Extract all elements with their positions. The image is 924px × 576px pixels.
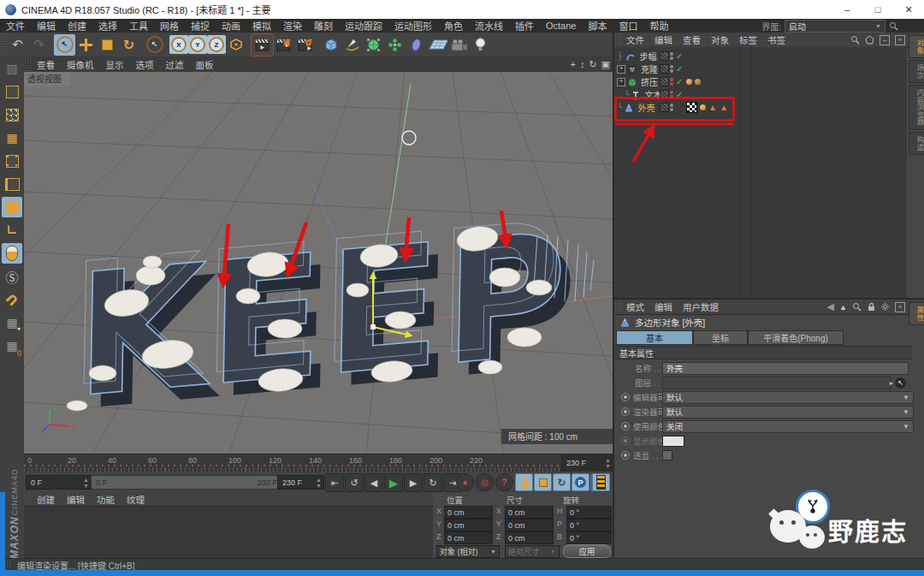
- tab-basic[interactable]: 基本: [616, 330, 693, 345]
- visibility-dots[interactable]: [670, 91, 673, 98]
- perspective-viewport[interactable]: KEEP KEEP KEEP: [24, 72, 613, 454]
- enable-check[interactable]: ✓: [676, 51, 683, 61]
- attr-back-icon[interactable]: ◀: [827, 301, 834, 312]
- vp-menu-filter[interactable]: 过滤: [160, 58, 190, 71]
- menu-create[interactable]: 创建: [62, 19, 92, 33]
- object-row-extrude[interactable]: + 挤压 ✓: [614, 75, 907, 88]
- tab-phong[interactable]: 平滑着色(Phong): [748, 330, 844, 345]
- mat-menu-function[interactable]: 功能: [91, 493, 121, 506]
- film-strip-toggle[interactable]: [592, 473, 610, 491]
- end-frame-field[interactable]: 230 F▲▼: [277, 475, 324, 490]
- mat-menu-create[interactable]: 创建: [31, 493, 61, 506]
- enable-check[interactable]: ✓: [676, 77, 683, 86]
- om-menu-view[interactable]: 查看: [678, 33, 706, 46]
- om-menu-file[interactable]: 文件: [621, 33, 649, 46]
- rotation-b-field[interactable]: 0 °: [566, 531, 612, 544]
- y-axis-lock[interactable]: Y: [188, 35, 207, 54]
- maximize-button[interactable]: □: [862, 0, 893, 19]
- texture-mode-button[interactable]: [2, 104, 22, 125]
- mograph-button[interactable]: [384, 34, 406, 56]
- visibility-dots[interactable]: [670, 52, 673, 60]
- mat-menu-texture[interactable]: 纹理: [121, 493, 151, 506]
- attr-menu-userdata[interactable]: 用户数据: [678, 300, 724, 313]
- om-menu-bookmarks[interactable]: 书签: [762, 33, 791, 46]
- model-mode-button[interactable]: [2, 81, 22, 102]
- camera-button[interactable]: [448, 34, 470, 56]
- menu-plugins[interactable]: 插件: [509, 19, 540, 33]
- autokey-button[interactable]: ◎: [476, 473, 494, 491]
- vp-rotate-icon[interactable]: ↻: [589, 59, 596, 70]
- axis-mode-button[interactable]: ∟: [2, 220, 22, 240]
- key-scale-toggle[interactable]: [534, 473, 552, 491]
- enable-check[interactable]: ✓: [676, 64, 683, 74]
- object-row-step[interactable]: ├ 步幅 ✓: [614, 50, 907, 62]
- loop-button[interactable]: ↻: [424, 473, 442, 492]
- toolbar-grip[interactable]: [0, 33, 7, 56]
- menu-edit[interactable]: 编辑: [31, 19, 62, 33]
- edges-mode-button[interactable]: [2, 174, 22, 194]
- x-axis-lock[interactable]: X: [169, 35, 188, 54]
- anim-dot-icon[interactable]: [621, 393, 630, 401]
- menu-simulate[interactable]: 模拟: [246, 19, 277, 33]
- attr-panel-icon[interactable]: +: [895, 302, 905, 312]
- deformer-button[interactable]: [406, 34, 427, 56]
- move-tool[interactable]: [75, 34, 97, 56]
- viewport-menu-grip[interactable]: [24, 56, 31, 72]
- coords-grip[interactable]: [435, 494, 441, 502]
- tab-structure[interactable]: 构造: [909, 132, 924, 155]
- size-y-field[interactable]: 0 cm: [505, 519, 554, 531]
- tab-takes[interactable]: 场次: [909, 60, 924, 83]
- tab-attributes[interactable]: 属性: [909, 302, 924, 325]
- render-view-button[interactable]: [252, 34, 273, 56]
- use-color-dropdown[interactable]: 关闭▼: [662, 420, 914, 433]
- expander-icon[interactable]: +: [617, 78, 625, 86]
- layer-field[interactable]: [662, 377, 891, 389]
- coordinate-system-button[interactable]: [226, 34, 247, 56]
- object-row-text[interactable]: └ 文本 ✓: [614, 88, 907, 101]
- workplane-lock-button[interactable]: ▦●: [2, 312, 22, 333]
- menu-script[interactable]: 脚本: [582, 19, 613, 33]
- menu-sculpt[interactable]: 雕刻: [308, 19, 339, 33]
- scale-tool[interactable]: [97, 34, 118, 56]
- coord-mode-dropdown[interactable]: 对象 (相对)▼: [436, 545, 500, 558]
- menu-file[interactable]: 文件: [0, 19, 31, 33]
- menu-window[interactable]: 窗口: [613, 19, 643, 33]
- basic-properties-section[interactable]: 基本属性: [614, 346, 912, 359]
- om-grip[interactable]: [614, 33, 621, 47]
- undo-button[interactable]: ↶: [7, 34, 28, 56]
- om-menu-edit[interactable]: 编辑: [649, 33, 678, 46]
- menu-snap[interactable]: 捕捉: [185, 19, 216, 33]
- subdivision-surface-button[interactable]: [363, 34, 384, 56]
- live-selection-tool[interactable]: ↖: [54, 34, 75, 56]
- position-x-field[interactable]: 0 cm: [444, 506, 493, 519]
- menu-mesh[interactable]: 网格: [154, 19, 185, 33]
- spline-pen-button[interactable]: [341, 34, 363, 56]
- tab-content-browser[interactable]: 内容浏览器: [909, 85, 924, 130]
- material-list-empty[interactable]: [24, 507, 433, 558]
- menu-select[interactable]: 选择: [92, 19, 123, 33]
- light-button[interactable]: [470, 34, 491, 56]
- om-menu-objects[interactable]: 对象: [706, 33, 734, 46]
- view-label[interactable]: 透视视图: [27, 74, 62, 84]
- render-settings-button[interactable]: [294, 34, 316, 56]
- rotate-tool[interactable]: ↻: [118, 34, 139, 56]
- name-field[interactable]: 外壳: [662, 362, 909, 375]
- om-search-icon[interactable]: [850, 35, 860, 45]
- keyframe-selection-button[interactable]: ?: [495, 473, 513, 491]
- rotation-p-field[interactable]: 0 °: [566, 519, 612, 531]
- tab-objects[interactable]: 对象: [909, 35, 924, 58]
- z-axis-lock[interactable]: Z: [207, 35, 226, 54]
- menu-animate[interactable]: 动画: [216, 19, 246, 33]
- size-x-field[interactable]: 0 cm: [505, 506, 554, 519]
- menu-octane[interactable]: Octane: [540, 21, 582, 31]
- simulation-button[interactable]: Ⓢ: [2, 266, 22, 287]
- object-row-shell[interactable]: └ 外壳 ▲ ▲: [614, 101, 907, 114]
- floor-button[interactable]: [427, 34, 448, 56]
- menu-render[interactable]: 渲染: [277, 19, 308, 33]
- om-collapse-icon[interactable]: –: [880, 35, 890, 45]
- key-parameter-toggle[interactable]: P: [572, 473, 589, 491]
- minimize-button[interactable]: –: [832, 0, 862, 19]
- play-button[interactable]: ▶: [384, 473, 403, 492]
- attr-menu-edit[interactable]: 编辑: [649, 300, 678, 313]
- key-position-toggle[interactable]: [515, 473, 533, 491]
